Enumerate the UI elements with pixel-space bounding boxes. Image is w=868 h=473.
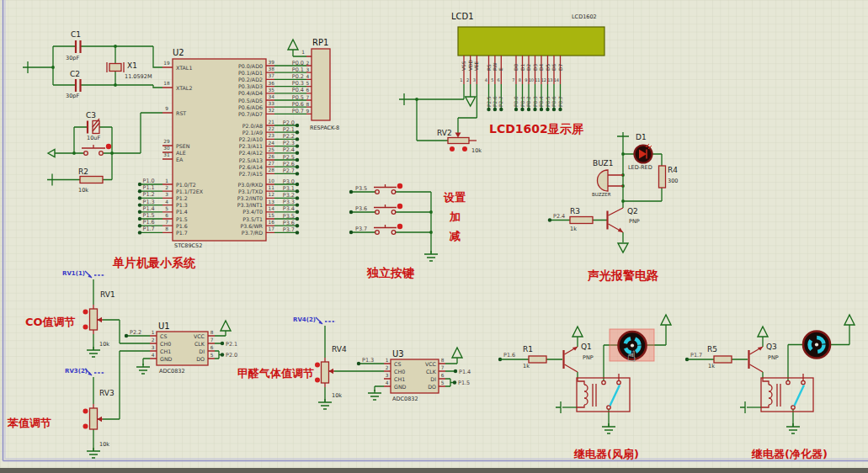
pin-name: GND [394,384,407,390]
q2-type: PNP [629,218,640,225]
rv4-ref: RV4 [332,345,347,353]
pin-name: D2 [526,64,531,71]
pin-number: 35 [269,88,275,93]
pin-name: P2.7/A15 [239,171,263,177]
r5-body [714,356,732,363]
pin-number: 13 [269,199,275,205]
pin-number: 1 [152,330,155,335]
pot-adjust-dot[interactable] [462,146,467,151]
buz1-part: BUZZER [592,192,611,197]
net-label: P3.2 [283,192,295,199]
terminal-dot [138,203,141,206]
pot-adjust-dot[interactable] [83,325,88,330]
terminal-dot [296,124,299,127]
pin-number: 7 [441,365,445,370]
caption-key-plus: 加 [449,210,461,223]
pin-number: 12 [269,192,275,197]
rv4-body [322,362,329,383]
pin-number: 14 [554,77,559,82]
net-label: P3.6 [355,205,367,212]
terminal-dot [296,189,299,193]
terminal-dot [296,158,299,162]
pin-name: P3.2/INT0 [237,195,263,201]
pot-adjust-dot[interactable] [83,409,88,414]
pin-name: EA [176,157,184,162]
schematic-canvas[interactable]: C1 30pF C2 30pF X1 11.0592M C3 10uF R2 1… [0,0,868,473]
caption-relay-purifier: 继电器(净化器) [751,448,828,460]
pin-number: 13 [547,77,552,82]
terminal-dot [540,108,543,111]
terminal-dot [138,189,141,193]
rv2-ref: RV2 [437,129,452,137]
pin-name: P1.6 [176,223,188,229]
net-label: P0.5 [292,94,304,101]
pin-name: P2.1/A9 [242,130,263,136]
rp1-ref: RP1 [312,38,328,47]
pin-number: 8 [165,226,168,231]
net-label: P1.6 [503,352,515,359]
pot-adjust-dot[interactable] [83,310,88,315]
pot-adjust-dot[interactable] [83,424,88,429]
pin-number: 37 [269,73,275,78]
pin-name: P3.0/RXD [238,182,264,188]
net-label: P2.7 [498,96,503,107]
pin-name: XTAL2 [176,85,192,91]
pin-number: 7 [306,95,310,100]
pin-name: P2.2/A10 [239,136,263,142]
r2-ref: R2 [78,167,88,176]
terminal-dot [138,196,141,199]
net-label: P2.4 [553,213,565,220]
net-label: P0.7 [292,108,304,114]
q2-ref: Q2 [627,207,638,215]
button-actuator-dot[interactable] [106,144,111,149]
terminal-dot [296,172,299,175]
pin-number: 1 [460,77,462,82]
pin-name: D6 [551,64,556,71]
pin-number: 5 [306,81,310,86]
net-label: P1.5 [458,380,470,386]
net-label: P3.3 [283,199,295,205]
pin-number: 15 [269,213,275,218]
net-label: P2.7 [283,167,295,174]
terminal-dot [493,108,497,111]
pin-name: D3 [533,64,538,71]
net-label: P3.4 [283,205,295,212]
pin-number: 8 [306,102,310,107]
u3-ref: U3 [392,349,404,359]
c2-value: 30pF [66,93,79,99]
purifier-motor[interactable] [803,332,830,359]
pin-number: 16 [269,220,275,225]
pot-adjust-dot[interactable] [315,363,320,368]
pin-name: P2.4/A12 [239,150,263,156]
terminal-dot [520,108,524,111]
terminal-dot [349,231,353,234]
pin-name: P0.0/AD0 [238,63,263,69]
rv1-ref: RV1 [100,290,115,299]
pin-name: RW [493,62,498,71]
net-label: P1.4 [143,205,155,212]
net-label: P2.4 [283,146,295,153]
pin-number: 34 [269,94,275,99]
mcu-u2[interactable]: U2 STC89C52 XTAL1 XTAL2 RST 19 18 9 PSEN… [162,48,274,249]
pin-name: VCC [194,333,205,339]
pin-number: 18 [163,81,170,86]
pin-name: P3.7/RD [242,230,263,236]
pin-name: CH0 [394,369,405,375]
pin-name: CS [394,361,401,367]
pot-adjust-dot[interactable] [450,146,455,151]
pin-name: P1.7 [176,230,188,236]
terminal-dot [296,130,299,134]
mcu-part: STC89C52 [174,242,202,249]
lcd-ref: LCD1 [451,12,474,21]
terminal-dot [296,183,299,186]
rv3-body [90,408,98,429]
terminal-dot [296,224,299,227]
pot-adjust-dot[interactable] [315,378,320,383]
terminal-dot [138,231,141,234]
pin-number: 8 [210,330,214,335]
terminal-dot [296,165,299,168]
r1-ref: R1 [523,345,533,353]
terminal-dot [296,203,299,206]
pin-name: D0 [514,64,519,71]
x1-ref: X1 [127,61,137,70]
